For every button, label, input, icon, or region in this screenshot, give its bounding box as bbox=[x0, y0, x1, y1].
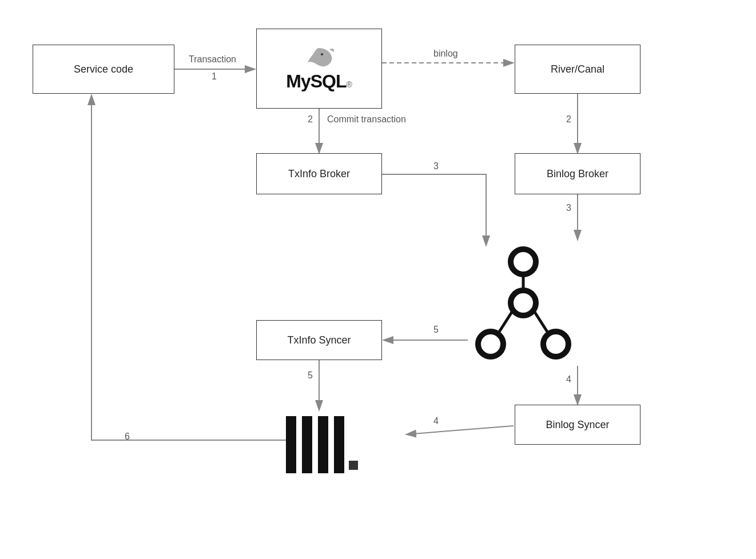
barcode-svg bbox=[280, 410, 395, 479]
binlog-broker-box: Binlog Broker bbox=[515, 153, 640, 194]
step2-left-label: 2 bbox=[308, 114, 313, 125]
transaction-label: Transaction bbox=[189, 54, 236, 65]
svg-line-18 bbox=[499, 312, 512, 333]
step5-left-label: 5 bbox=[308, 370, 313, 381]
txinfo-broker-label: TxInfo Broker bbox=[288, 168, 350, 180]
diagram: Service code MySQL ® River/Canal TxInfo … bbox=[0, 0, 756, 559]
mysql-registered: ® bbox=[346, 80, 352, 89]
svg-rect-22 bbox=[318, 416, 328, 473]
service-code-label: Service code bbox=[74, 63, 133, 75]
step4-label: 4 bbox=[433, 416, 439, 426]
svg-rect-23 bbox=[334, 416, 344, 473]
svg-line-19 bbox=[535, 312, 548, 333]
step4-right-label: 4 bbox=[566, 374, 571, 385]
binlog-syncer-label: Binlog Syncer bbox=[546, 419, 609, 431]
svg-point-12 bbox=[321, 53, 323, 55]
binlog-label: binlog bbox=[433, 49, 458, 59]
step3-right-label: 3 bbox=[566, 203, 571, 213]
txinfo-syncer-box: TxInfo Syncer bbox=[256, 320, 382, 360]
step2-right-label: 2 bbox=[566, 114, 571, 125]
step5-right-label: 5 bbox=[433, 325, 439, 335]
service-code-box: Service code bbox=[33, 45, 174, 94]
binlog-broker-label: Binlog Broker bbox=[547, 168, 608, 180]
mysql-box: MySQL ® bbox=[256, 29, 382, 109]
commit-transaction-label: Commit transaction bbox=[327, 114, 406, 125]
mysql-dolphin-icon bbox=[302, 45, 336, 71]
svg-point-14 bbox=[511, 249, 536, 274]
svg-point-13 bbox=[511, 290, 536, 316]
barcode-icon bbox=[280, 410, 395, 479]
txinfo-broker-box: TxInfo Broker bbox=[256, 153, 382, 194]
kafka-icon-svg bbox=[469, 240, 578, 366]
svg-rect-24 bbox=[349, 461, 358, 470]
step6-label: 6 bbox=[125, 432, 130, 442]
step3-left-label: 3 bbox=[433, 161, 439, 171]
svg-point-15 bbox=[478, 332, 503, 357]
mysql-logo-text: MySQL bbox=[286, 71, 346, 92]
svg-line-10 bbox=[406, 426, 514, 434]
kafka-icon bbox=[469, 240, 578, 366]
binlog-syncer-box: Binlog Syncer bbox=[515, 405, 640, 445]
step1-label: 1 bbox=[212, 71, 217, 82]
svg-rect-21 bbox=[302, 416, 312, 473]
txinfo-syncer-label: TxInfo Syncer bbox=[287, 334, 351, 346]
svg-rect-20 bbox=[286, 416, 296, 473]
river-canal-label: River/Canal bbox=[551, 63, 604, 75]
river-canal-box: River/Canal bbox=[515, 45, 640, 94]
svg-point-16 bbox=[543, 332, 568, 357]
